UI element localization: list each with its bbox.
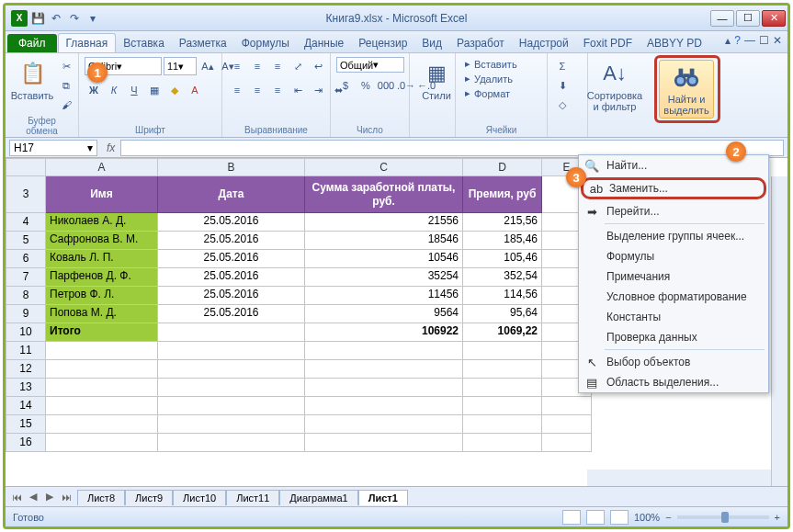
bold-icon[interactable]: Ж [85,81,103,99]
formula-input[interactable] [120,140,784,156]
row-header[interactable]: 16 [6,434,46,452]
tab-formulas[interactable]: Формулы [234,34,297,52]
align-top-icon[interactable]: ≡ [228,57,246,75]
col-header[interactable]: B [158,158,305,176]
cell[interactable] [463,379,542,397]
tab-layout[interactable]: Разметка [172,34,234,52]
col-header[interactable]: C [305,158,463,176]
cell-date[interactable]: 25.05.2016 [158,213,305,232]
row-header[interactable]: 10 [6,323,46,342]
cell[interactable] [158,379,305,397]
cell[interactable] [46,415,158,434]
help-icon[interactable]: ? [734,34,741,47]
cell[interactable] [305,342,463,360]
cell[interactable] [463,434,542,452]
cell[interactable] [463,397,542,415]
cell[interactable] [158,397,305,415]
sheet-tab[interactable]: Лист1 [358,490,408,505]
cell-sum[interactable]: 10546 [305,250,463,268]
cell[interactable] [158,342,305,360]
doc-min-icon[interactable]: — [744,34,755,47]
cell[interactable] [158,415,305,434]
tab-addins[interactable]: Надстрой [512,34,576,52]
table-header[interactable]: Имя [46,176,158,213]
qat-more-icon[interactable]: ▾ [85,10,101,27]
tab-insert[interactable]: Вставка [116,34,172,52]
cell[interactable] [305,415,463,434]
format-painter-icon[interactable]: 🖌 [57,96,75,114]
fill-icon[interactable]: ⬇ [553,76,572,95]
cell-name[interactable]: Парфенов Д. Ф. [46,268,158,287]
table-header[interactable]: Премия, руб [463,176,542,213]
tab-nav-next[interactable]: ▶ [42,490,57,504]
total-sum[interactable]: 106922 [305,323,463,342]
cell-date[interactable]: 25.05.2016 [158,250,305,268]
cut-icon[interactable]: ✂ [57,57,75,75]
autosum-icon[interactable]: Σ [553,57,572,75]
cell[interactable] [542,397,592,415]
row-header[interactable]: 14 [6,397,46,415]
undo-icon[interactable]: ↶ [48,10,64,27]
align-center-icon[interactable]: ≡ [248,81,266,99]
cell[interactable] [158,360,305,379]
paste-button[interactable]: 📋 Вставить [11,57,53,103]
cell-name[interactable]: Коваль Л. П. [46,250,158,268]
cell-prem[interactable]: 185,46 [463,232,542,250]
tab-abbyy[interactable]: ABBYY PD [640,34,709,52]
indent-dec-icon[interactable]: ⇤ [289,81,307,99]
insert-cells-button[interactable]: ▸ Вставить [461,57,541,71]
cell[interactable] [305,379,463,397]
cell-date[interactable]: 25.05.2016 [158,232,305,250]
align-right-icon[interactable]: ≡ [268,81,287,99]
cell[interactable] [463,360,542,379]
row-header[interactable]: 15 [6,415,46,434]
table-header[interactable]: Дата [158,176,305,213]
cell-sum[interactable]: 35254 [305,268,463,287]
view-break-button[interactable] [610,510,629,525]
cell-name[interactable]: Попова М. Д. [46,305,158,323]
clear-icon[interactable]: ◇ [553,96,572,114]
col-header[interactable]: D [463,158,542,176]
cell[interactable] [46,360,158,379]
border-icon[interactable]: ▦ [145,81,164,99]
cell-sum[interactable]: 21556 [305,213,463,232]
fill-color-icon[interactable]: ◆ [165,81,184,99]
row-header[interactable]: 6 [6,250,46,268]
tab-view[interactable]: Вид [414,34,449,52]
row-header[interactable]: 4 [6,213,46,232]
col-header[interactable]: A [46,158,158,176]
maximize-button[interactable]: ☐ [736,10,760,27]
row-header[interactable]: 5 [6,232,46,250]
row-header[interactable]: 3 [6,176,46,213]
menu-constants[interactable]: Константы [579,307,768,327]
cell[interactable] [305,434,463,452]
menu-validation[interactable]: Проверка данных [579,327,768,347]
cell[interactable] [46,397,158,415]
row-header[interactable]: 7 [6,268,46,287]
indent-inc-icon[interactable]: ⇥ [309,81,327,99]
percent-icon[interactable]: % [357,76,375,95]
horizontal-scrollbar[interactable] [587,470,771,486]
menu-formulas[interactable]: Формулы [579,246,768,266]
cell[interactable] [542,415,592,434]
tab-developer[interactable]: Разработ [449,34,512,52]
tab-nav-last[interactable]: ⏭ [59,490,74,504]
cell[interactable] [158,434,305,452]
format-cells-button[interactable]: ▸ Формат [461,86,541,100]
tab-nav-first[interactable]: ⏮ [9,490,24,504]
sheet-tab[interactable]: Лист11 [226,490,279,505]
font-color-icon[interactable]: A [186,81,204,99]
row-header[interactable]: 8 [6,287,46,305]
italic-icon[interactable]: К [105,81,123,99]
row-header[interactable]: 9 [6,305,46,323]
cell[interactable] [463,415,542,434]
cell-name[interactable]: Петров Ф. Л. [46,287,158,305]
menu-goto[interactable]: ➡Перейти... [579,201,768,221]
styles-button[interactable]: ▦ Стили [415,57,458,103]
delete-cells-button[interactable]: ▸ Удалить [461,72,541,85]
cell-prem[interactable]: 114,56 [463,287,542,305]
wrap-text-icon[interactable]: ↩ [309,57,327,75]
doc-max-icon[interactable]: ☐ [759,34,769,47]
doc-close-icon[interactable]: ✕ [773,34,782,47]
sheet-tab[interactable]: Диаграмма1 [279,490,357,505]
